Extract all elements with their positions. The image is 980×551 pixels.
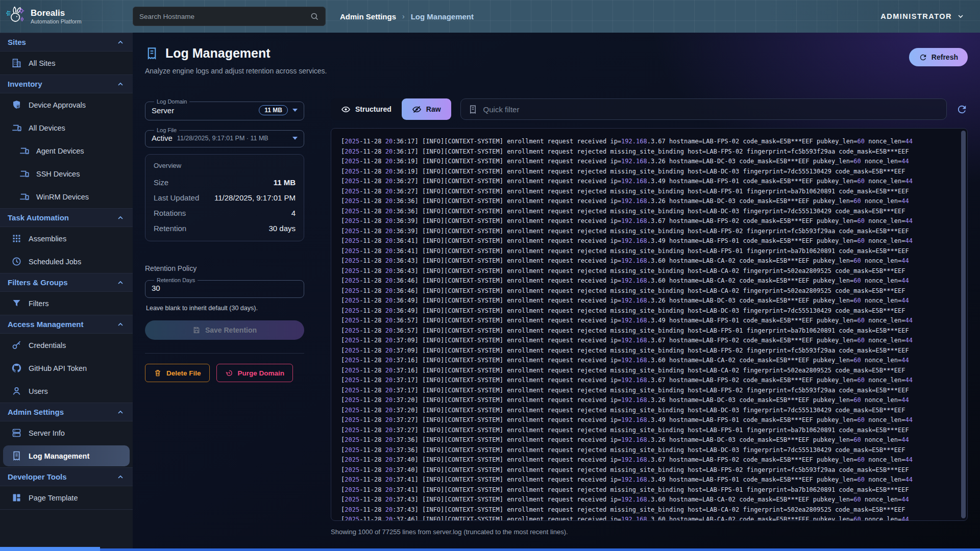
- overview-row-rotations: Rotations4: [154, 205, 296, 220]
- log-line: [2025-11-28 20:37:09] [INFO][CONTEXT-SYS…: [341, 346, 955, 356]
- sidebar-item-label: Log Management: [29, 452, 89, 460]
- sidebar-item-agent-devices[interactable]: Agent Devices: [0, 139, 133, 162]
- retention-days-field[interactable]: Retention Days: [145, 277, 304, 298]
- overview-label: Size: [154, 178, 168, 187]
- overview-card: Overview Size11 MBLast Updated11/28/2025…: [145, 154, 304, 241]
- log-file-icon: [468, 105, 478, 114]
- chevron-up-icon: [116, 320, 125, 329]
- save-retention-button[interactable]: Save Retention: [145, 320, 304, 340]
- log-line: [2025-11-28 20:36:19] [INFO][CONTEXT-SYS…: [341, 167, 955, 177]
- log-line: [2025-11-28 20:36:39] [INFO][CONTEXT-SYS…: [341, 216, 955, 227]
- raw-log-panel[interactable]: [2025-11-28 20:36:17] [INFO][CONTEXT-SYS…: [331, 128, 968, 521]
- sidebar-section-filters-groups[interactable]: Filters & Groups: [0, 273, 133, 292]
- sidebar-item-credentials[interactable]: Credentials: [0, 334, 133, 357]
- quick-filter[interactable]: [460, 98, 947, 120]
- devices-icon: [11, 122, 22, 133]
- sidebar-item-page-template[interactable]: Page Template: [0, 486, 133, 509]
- sidebar: SitesAll SitesInventoryDevice ApprovalsA…: [0, 33, 133, 551]
- log-line: [2025-11-28 20:37:43] [INFO][CONTEXT-SYS…: [341, 495, 955, 505]
- brand: Borealis Automation Platform: [0, 5, 133, 28]
- log-file-select[interactable]: Log File Active 11/28/2025, 9:17:01 PM ·…: [145, 127, 304, 147]
- eye-icon: [341, 105, 351, 114]
- view-toggle-raw[interactable]: Raw: [402, 98, 451, 120]
- log-line: [2025-11-28 20:37:40] [INFO][CONTEXT-SYS…: [341, 465, 955, 475]
- overview-label: Rotations: [154, 209, 186, 217]
- log-file-label: Log File: [154, 127, 179, 133]
- brand-subtitle: Automation Platform: [31, 18, 82, 24]
- sidebar-item-all-devices[interactable]: All Devices: [0, 116, 133, 139]
- caret-down-icon: [292, 109, 298, 112]
- view-toggle-label: Structured: [355, 105, 391, 113]
- reload-logs-icon[interactable]: [956, 104, 968, 115]
- sidebar-section-developer-tools[interactable]: Developer Tools: [0, 467, 133, 486]
- sidebar-item-label: All Devices: [29, 124, 65, 132]
- log-line: [2025-11-28 20:37:36] [INFO][CONTEXT-SYS…: [341, 445, 955, 456]
- sidebar-section-inventory[interactable]: Inventory: [0, 74, 133, 93]
- log-line: [2025-11-28 20:37:27] [INFO][CONTEXT-SYS…: [341, 415, 955, 425]
- sidebar-item-label: Users: [29, 387, 48, 395]
- log-line: [2025-11-28 20:36:17] [INFO][CONTEXT-SYS…: [341, 137, 955, 147]
- log-domain-select[interactable]: Log Domain Server 11 MB: [145, 98, 304, 120]
- github-icon: [11, 363, 22, 373]
- log-line: [2025-11-28 20:37:43] [INFO][CONTEXT-SYS…: [341, 505, 955, 515]
- sidebar-section-access-management[interactable]: Access Management: [0, 315, 133, 334]
- devices-icon: [19, 145, 30, 156]
- shield-approval-icon: [11, 99, 22, 110]
- refresh-button-label: Refresh: [932, 53, 958, 61]
- sidebar-item-log-management[interactable]: Log Management: [3, 445, 130, 466]
- sidebar-item-scheduled-jobs[interactable]: Scheduled Jobs: [0, 250, 133, 273]
- sidebar-section-sites[interactable]: Sites: [0, 33, 133, 52]
- log-line: [2025-11-28 20:36:27] [INFO][CONTEXT-SYS…: [341, 187, 955, 197]
- history-icon: [225, 369, 233, 377]
- sidebar-item-server-info[interactable]: Server Info: [0, 421, 133, 444]
- refresh-icon: [919, 53, 927, 62]
- caret-down-icon: [292, 137, 298, 140]
- search-input[interactable]: [139, 13, 310, 20]
- hostname-search[interactable]: [133, 7, 326, 26]
- sidebar-section-admin-settings[interactable]: Admin Settings: [0, 403, 133, 421]
- log-line: [2025-11-28 20:36:49] [INFO][CONTEXT-SYS…: [341, 296, 955, 306]
- chevron-up-icon: [116, 408, 125, 416]
- sidebar-item-winrm-devices[interactable]: WinRM Devices: [0, 185, 133, 208]
- borealis-rabbit-logo-icon: [5, 5, 26, 28]
- delete-file-button[interactable]: Delete File: [145, 364, 210, 382]
- sidebar-item-all-sites[interactable]: All Sites: [0, 52, 133, 74]
- save-retention-label: Save Retention: [205, 326, 257, 334]
- divider: [145, 353, 304, 354]
- purge-domain-button[interactable]: Purge Domain: [216, 364, 293, 382]
- log-scrollbar[interactable]: [961, 131, 966, 518]
- overview-title: Overview: [154, 162, 296, 169]
- overview-row-last-updated: Last Updated11/28/2025, 9:17:01 PM: [154, 190, 296, 205]
- log-line: [2025-11-28 20:37:46] [INFO][CONTEXT-SYS…: [341, 515, 955, 521]
- view-toggle-structured[interactable]: Structured: [331, 98, 402, 120]
- log-line: [2025-11-28 20:36:41] [INFO][CONTEXT-SYS…: [341, 236, 955, 246]
- sidebar-item-label: Server Info: [29, 429, 65, 437]
- sidebar-item-assemblies[interactable]: Assemblies: [0, 227, 133, 250]
- sidebar-item-github-api-token[interactable]: GitHub API Token: [0, 357, 133, 380]
- log-line: [2025-11-28 20:37:41] [INFO][CONTEXT-SYS…: [341, 475, 955, 485]
- sidebar-item-device-approvals[interactable]: Device Approvals: [0, 93, 133, 116]
- log-line: [2025-11-28 20:36:27] [INFO][CONTEXT-SYS…: [341, 177, 955, 187]
- eye-off-icon: [412, 105, 422, 114]
- log-line: [2025-11-28 20:36:19] [INFO][CONTEXT-SYS…: [341, 157, 955, 167]
- retention-days-input[interactable]: [152, 284, 298, 292]
- log-domain-value: Server: [152, 106, 174, 115]
- trash-icon: [154, 369, 162, 377]
- log-line: [2025-11-28 20:36:49] [INFO][CONTEXT-SYS…: [341, 306, 955, 316]
- user-icon: [11, 386, 22, 396]
- user-menu[interactable]: ADMINISTRATOR: [880, 12, 965, 20]
- log-controls-column: Log Domain Server 11 MB Log File Active …: [145, 98, 304, 536]
- sidebar-item-users[interactable]: Users: [0, 380, 133, 403]
- quick-filter-input[interactable]: [483, 105, 939, 114]
- log-line: [2025-11-28 20:36:17] [INFO][CONTEXT-SYS…: [341, 147, 955, 157]
- refresh-button[interactable]: Refresh: [909, 48, 968, 66]
- user-menu-label: ADMINISTRATOR: [880, 12, 952, 20]
- breadcrumb-admin-settings[interactable]: Admin Settings: [340, 12, 396, 21]
- sidebar-item-filters[interactable]: Filters: [0, 292, 133, 315]
- sidebar-item-label: Device Approvals: [29, 101, 86, 109]
- sidebar-item-ssh-devices[interactable]: SSH Devices: [0, 162, 133, 185]
- page-title: Log Management: [165, 46, 271, 61]
- log-icon: [11, 450, 22, 461]
- log-line: [2025-11-28 20:37:09] [INFO][CONTEXT-SYS…: [341, 336, 955, 346]
- sidebar-section-task-automation[interactable]: Task Automation: [0, 208, 133, 227]
